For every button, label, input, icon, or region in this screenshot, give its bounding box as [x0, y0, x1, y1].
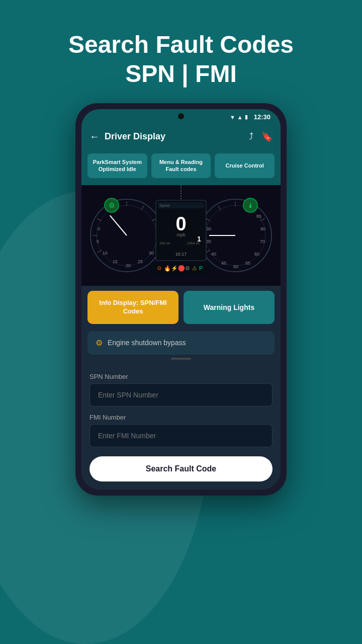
bookmark-icon[interactable]: 🔖 — [261, 131, 273, 142]
svg-text:Speed: Speed — [159, 204, 169, 208]
wifi-icon: ▼ — [230, 114, 235, 120]
app-title: Driver Display — [105, 131, 244, 142]
svg-text:20: 20 — [126, 263, 131, 268]
status-icons: ▼ ▲ ▮ — [230, 114, 248, 120]
dashboard-area: 0 5 10 15 20 25 30 ⚙ — [81, 185, 281, 286]
drag-handle — [171, 358, 191, 360]
svg-text:mph: mph — [176, 232, 186, 237]
notch — [178, 113, 184, 119]
svg-text:85: 85 — [256, 214, 261, 219]
svg-text:80: 80 — [260, 226, 265, 231]
engine-icon: ⚙ — [96, 338, 103, 348]
btn-warning-lights[interactable]: Warning Lights — [184, 291, 275, 324]
svg-text:25: 25 — [138, 259, 143, 264]
svg-text:60: 60 — [254, 252, 259, 257]
svg-text:0: 0 — [175, 213, 186, 234]
svg-text:16:17: 16:17 — [175, 252, 187, 257]
svg-text:70: 70 — [260, 239, 265, 244]
tab-row: ParkSmart System Optimized Idle Menu & R… — [81, 148, 281, 185]
status-time: 12:30 — [254, 113, 270, 121]
svg-text:0: 0 — [98, 226, 100, 231]
svg-text:5: 5 — [97, 239, 99, 244]
battery-icon: ▮ — [245, 114, 248, 120]
fmi-input[interactable] — [89, 424, 273, 447]
tab-cruise[interactable]: Cruise Control — [215, 153, 275, 178]
btn-info-display[interactable]: Info Display: SPN/FMI Codes — [87, 291, 178, 324]
svg-text:10: 10 — [103, 251, 108, 256]
svg-text:15: 15 — [113, 259, 118, 264]
header-title: Search Fault Codes SPN | FMI — [68, 30, 294, 88]
svg-text:45: 45 — [221, 261, 226, 266]
svg-text:⚙: ⚙ — [109, 201, 115, 209]
svg-text:30: 30 — [206, 226, 211, 231]
dashboard-svg: 0 5 10 15 20 25 30 ⚙ — [81, 185, 281, 286]
svg-text:55: 55 — [245, 261, 250, 266]
action-icons: ⤴ 🔖 — [249, 131, 273, 142]
svg-text:50: 50 — [233, 264, 238, 269]
svg-text:🔥: 🔥 — [164, 265, 171, 272]
svg-text:⚠: ⚠ — [192, 265, 197, 271]
svg-text:⚡: ⚡ — [171, 265, 178, 272]
fmi-label: FMI Number — [89, 414, 273, 421]
engine-row: ⚙ Engine shutdown bypass — [81, 329, 281, 367]
back-button[interactable]: ← — [89, 131, 100, 142]
svg-text:P: P — [199, 265, 203, 271]
svg-text:1: 1 — [197, 235, 201, 243]
app-bar: ← Driver Display ⤴ 🔖 — [81, 125, 281, 148]
share-icon[interactable]: ⤴ — [249, 131, 253, 142]
spn-input[interactable] — [89, 383, 273, 407]
search-fault-btn[interactable]: Search Fault Code — [89, 456, 273, 481]
svg-text:⚙: ⚙ — [185, 265, 190, 271]
svg-text:⚙: ⚙ — [157, 265, 162, 271]
header-section: Search Fault Codes SPN | FMI — [68, 30, 294, 88]
action-row: Info Display: SPN/FMI Codes Warning Ligh… — [81, 286, 281, 329]
svg-text:35: 35 — [206, 239, 211, 244]
svg-text:40: 40 — [211, 252, 216, 257]
svg-text:240 mi: 240 mi — [159, 242, 170, 245]
engine-btn-label: Engine shutdown bypass — [108, 339, 186, 347]
tab-menu-fault[interactable]: Menu & Reading Fault codes — [151, 153, 211, 178]
form-area: SPN Number FMI Number Search Fault Code — [81, 367, 281, 490]
phone-screen: ▼ ▲ ▮ 12:30 ← Driver Display ⤴ 🔖 ParkSma… — [81, 109, 281, 489]
svg-text:30: 30 — [149, 251, 154, 256]
spn-label: SPN Number — [89, 373, 273, 380]
svg-text:🌡: 🌡 — [247, 202, 254, 209]
phone-frame: ▼ ▲ ▮ 12:30 ← Driver Display ⤴ 🔖 ParkSma… — [75, 103, 287, 495]
tab-parksmart[interactable]: ParkSmart System Optimized Idle — [87, 153, 147, 178]
svg-text:🛑: 🛑 — [178, 265, 185, 272]
engine-shutdown-btn[interactable]: ⚙ Engine shutdown bypass — [87, 331, 275, 355]
signal-icon: ▲ — [237, 114, 243, 120]
